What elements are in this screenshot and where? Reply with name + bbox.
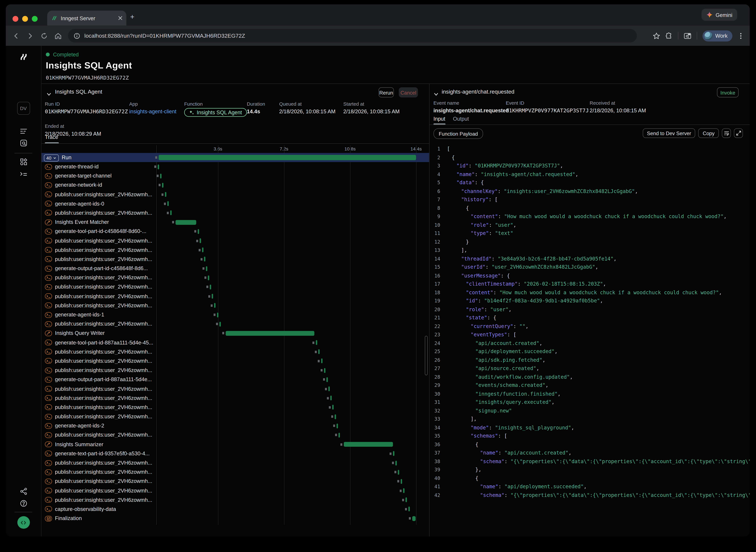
forward-icon[interactable] [27, 32, 34, 39]
trace-row[interactable]: generate-agent-ids-1 [41, 310, 429, 319]
span-bar[interactable] [160, 173, 162, 178]
trace-row[interactable]: publish:user:insights:user_2VH6zowmh... [41, 412, 429, 421]
env-badge[interactable]: DV [17, 102, 30, 115]
url-bar[interactable]: localhost:8288/run?runID=01KHRMPW77GVMAJ… [68, 29, 637, 42]
span-bar[interactable] [326, 377, 328, 382]
trace-row[interactable]: generate-tool-part-id-c458648f-8d60-... [41, 227, 429, 236]
invoke-button[interactable]: Invoke [717, 88, 739, 98]
trace-row[interactable]: publish:user:insights:user_2VH6zowmh... [41, 190, 429, 199]
trace-row[interactable]: capture-observability-data [41, 505, 429, 514]
span-bar[interactable] [212, 294, 213, 299]
send-to-dev-server-button[interactable]: Send to Dev Server [642, 128, 695, 138]
span-bar[interactable] [226, 331, 314, 336]
trace-row[interactable]: publish:user:insights:user_2VH6zowmh... [41, 366, 429, 375]
span-bar[interactable] [204, 257, 205, 262]
chevron-down-icon[interactable] [433, 90, 439, 99]
span-bar[interactable] [175, 220, 196, 225]
profile-button[interactable]: Work [702, 30, 732, 41]
span-bar[interactable] [206, 266, 207, 271]
span-bar[interactable] [396, 460, 397, 465]
trace-row[interactable]: publish:user:insights:user_2VH6zowmh... [41, 292, 429, 301]
trace-row[interactable]: publish:user:insights:user_2VH6zowmh... [41, 477, 429, 486]
span-bar[interactable] [321, 359, 322, 364]
trace-row[interactable]: generate-tool-part-id-887aa111-5d4e-45..… [41, 338, 429, 347]
reload-icon[interactable] [40, 32, 48, 39]
dev-server-icon[interactable] [19, 170, 27, 178]
trace-row[interactable]: publish:user:insights:user_2VH6zowmh... [41, 431, 429, 440]
rerun-button[interactable]: Rerun [378, 88, 394, 98]
function-badge[interactable]: Insights SQL Agent [184, 108, 247, 117]
word-wrap-button[interactable] [722, 128, 731, 138]
trace-row[interactable]: publish:user:insights:user_2VH6zowmh... [41, 495, 429, 505]
url-text[interactable]: localhost:8288/run?runID=01KHRMPW77GVMAJ… [84, 33, 245, 39]
window-controls[interactable] [13, 16, 38, 22]
span-bar[interactable] [400, 479, 402, 484]
run-span-bar[interactable] [159, 155, 416, 160]
span-bar[interactable] [328, 386, 330, 391]
span-bar[interactable] [202, 248, 203, 253]
trace-row[interactable]: Insights Summarizer [41, 440, 429, 449]
trace-row[interactable]: publish:user:insights:user_2VH6zowmh... [41, 347, 429, 357]
close-tab-icon[interactable] [118, 16, 123, 20]
span-bar[interactable] [219, 322, 221, 326]
menu-kebab-icon[interactable] [738, 32, 744, 39]
trace-row[interactable]: generate-text-part-id-9357e5f0-a530-4... [41, 449, 429, 458]
span-bar[interactable] [337, 423, 338, 428]
runs-icon[interactable] [19, 127, 27, 135]
trace-row[interactable]: publish:user:insights:user_2VH6zowmh... [41, 236, 429, 246]
span-bar[interactable] [208, 275, 209, 280]
span-bar[interactable] [331, 396, 332, 401]
trace-row[interactable]: generate-target-channel [41, 171, 429, 181]
span-bar[interactable] [165, 192, 167, 197]
span-bar[interactable] [158, 164, 159, 169]
browser-tab[interactable]: Inngest Server [47, 11, 126, 26]
gemini-button[interactable]: Gemini [702, 9, 737, 21]
sidebar-search-icon[interactable] [684, 32, 691, 39]
trace-row[interactable]: publish:user:insights:user_2VH6zowmh... [41, 486, 429, 496]
events-search-icon[interactable] [19, 139, 27, 147]
trace-row[interactable]: generate-output-part-id-887aa111-5d4e... [41, 375, 429, 384]
bookmark-star-icon[interactable] [652, 32, 660, 39]
trace-row[interactable]: Insights Query Writer [41, 329, 429, 338]
span-bar[interactable] [403, 488, 405, 493]
cancel-button[interactable]: Cancel [399, 88, 418, 98]
help-icon[interactable] [19, 499, 27, 508]
tab-output[interactable]: Output [453, 116, 469, 122]
trace-row[interactable]: Finalization [41, 514, 429, 523]
trace-row[interactable]: generate-output-part-id-c458648f-8d6... [41, 264, 429, 273]
trace-row[interactable]: publish:user:insights:user_2VH6zowmh... [41, 467, 429, 477]
span-bar[interactable] [217, 312, 218, 317]
span-bar[interactable] [214, 303, 215, 308]
span-bar[interactable] [335, 414, 336, 419]
extensions-icon[interactable] [665, 32, 672, 39]
trace-row-run[interactable]: 40 Run [41, 153, 429, 162]
trace-row[interactable]: publish:user:insights:user_2VH6zowmh... [41, 403, 429, 412]
trace-row[interactable]: generate-thread-id [41, 162, 429, 171]
trace-row[interactable]: generate-agent-ids-0 [41, 199, 429, 209]
span-bar[interactable] [210, 285, 211, 289]
close-window-button[interactable] [13, 16, 18, 22]
trace-row[interactable]: publish:user:insights:user_2VH6zowmh... [41, 301, 429, 310]
apps-icon[interactable] [19, 158, 27, 166]
copy-button[interactable]: Copy [698, 128, 719, 138]
span-bar[interactable] [339, 433, 340, 438]
trace-row[interactable]: generate-agent-ids-2 [41, 421, 429, 431]
span-bar[interactable] [170, 211, 172, 216]
span-bar[interactable] [393, 451, 394, 456]
span-bar[interactable] [198, 229, 199, 234]
share-icon[interactable] [19, 487, 27, 496]
span-bar[interactable] [412, 516, 416, 521]
function-payload-pill[interactable]: Function Payload [433, 128, 483, 139]
trace-row[interactable]: generate-network-id [41, 181, 429, 190]
tab-trace[interactable]: Trace [45, 134, 58, 140]
trace-row[interactable]: publish:user:insights:user_2VH6zowmh... [41, 255, 429, 264]
span-bar[interactable] [200, 238, 201, 243]
minimize-window-button[interactable] [22, 16, 28, 22]
trace-row[interactable]: publish:user:insights:user_2VH6zowmh... [41, 245, 429, 255]
trace-row[interactable]: publish:user:insights:user_2VH6zowmh... [41, 319, 429, 329]
span-bar[interactable] [406, 498, 407, 503]
span-bar[interactable] [332, 405, 334, 410]
span-bar[interactable] [316, 340, 317, 345]
dev-mode-button[interactable] [17, 516, 30, 529]
trace-row[interactable]: publish:user:insights:user_2VH6zowmh... [41, 384, 429, 394]
